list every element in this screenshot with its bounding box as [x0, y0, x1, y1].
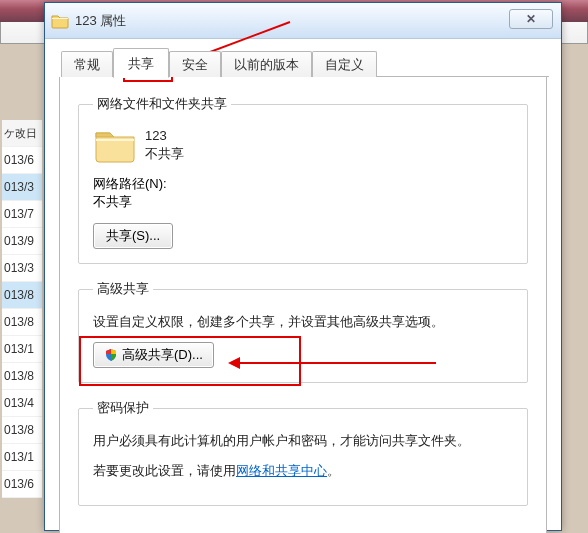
advanced-sharing-label: 高级共享(D)...: [122, 346, 203, 364]
bg-row: 013/9: [2, 228, 42, 255]
tab-custom[interactable]: 自定义: [312, 51, 377, 77]
share-button[interactable]: 共享(S)...: [93, 223, 173, 249]
tab-security[interactable]: 安全: [169, 51, 221, 77]
network-sharing-group: 网络文件和文件夹共享 123 不共享 网络路径(N): 不共享 共享(S)...: [78, 95, 528, 264]
network-path-label: 网络路径(N):: [93, 175, 513, 193]
password-change-line: 若要更改此设置，请使用网络和共享中心。: [93, 461, 513, 481]
tab-general[interactable]: 常规: [61, 51, 113, 77]
advanced-desc: 设置自定义权限，创建多个共享，并设置其他高级共享选项。: [93, 312, 513, 332]
bg-row: 013/4: [2, 390, 42, 417]
folder-icon: [51, 13, 69, 29]
group-legend: 网络文件和文件夹共享: [93, 95, 231, 113]
share-status: 不共享: [145, 145, 184, 163]
background-file-list: ケ改日 013/6 013/3 013/7 013/9 013/3 013/8 …: [2, 120, 42, 498]
bg-row: 013/3: [2, 255, 42, 282]
folder-large-icon: [93, 125, 137, 165]
tab-share[interactable]: 共享: [113, 48, 169, 78]
bg-row: 013/8: [2, 363, 42, 390]
bg-row: 013/3: [2, 174, 42, 201]
properties-dialog: 123 属性 ✕ 常规 共享 安全 以前的版本 自定义 网络文件和文件夹共享: [44, 2, 562, 531]
bg-row: 013/8: [2, 282, 42, 309]
tab-previous-versions[interactable]: 以前的版本: [221, 51, 312, 77]
bg-row: 013/6: [2, 471, 42, 498]
bg-row: 013/6: [2, 147, 42, 174]
window-title: 123 属性: [75, 12, 126, 30]
advanced-sharing-group: 高级共享 设置自定义权限，创建多个共享，并设置其他高级共享选项。 高级共享(D)…: [78, 280, 528, 383]
password-protect-group: 密码保护 用户必须具有此计算机的用户帐户和密码，才能访问共享文件夹。 若要更改此…: [78, 399, 528, 506]
group-legend: 高级共享: [93, 280, 153, 298]
advanced-sharing-button[interactable]: 高级共享(D)...: [93, 342, 214, 368]
shield-icon: [104, 348, 118, 362]
close-icon: ✕: [526, 12, 536, 26]
folder-name: 123: [145, 127, 184, 145]
network-sharing-center-link[interactable]: 网络和共享中心: [236, 463, 327, 478]
tab-strip: 常规 共享 安全 以前的版本 自定义: [59, 51, 547, 77]
close-button[interactable]: ✕: [509, 9, 553, 29]
bg-row: 013/8: [2, 417, 42, 444]
password-desc: 用户必须具有此计算机的用户帐户和密码，才能访问共享文件夹。: [93, 431, 513, 451]
network-path-value: 不共享: [93, 193, 513, 211]
bg-row: 013/1: [2, 336, 42, 363]
group-legend: 密码保护: [93, 399, 153, 417]
bg-row: 013/1: [2, 444, 42, 471]
bg-row: 013/8: [2, 309, 42, 336]
bg-row: 013/7: [2, 201, 42, 228]
titlebar[interactable]: 123 属性 ✕: [45, 3, 561, 39]
share-tab-panel: 网络文件和文件夹共享 123 不共享 网络路径(N): 不共享 共享(S)...: [59, 77, 547, 533]
